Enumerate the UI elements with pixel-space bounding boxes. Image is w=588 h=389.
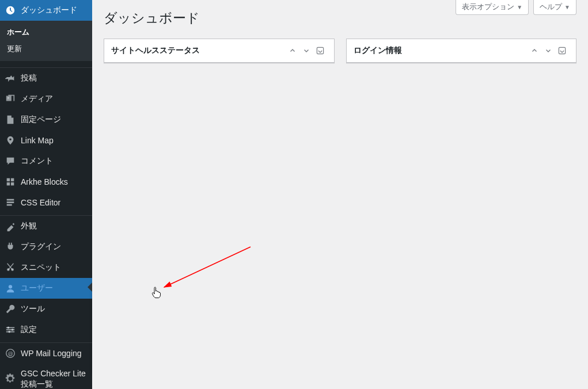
pin-icon <box>5 73 16 84</box>
page-icon <box>5 114 16 125</box>
menu-comments[interactable]: コメント <box>0 151 92 171</box>
svg-rect-2 <box>11 178 14 181</box>
widget-move-up-icon[interactable] <box>286 44 299 58</box>
widget-site-health: サイトヘルスステータス <box>104 39 335 63</box>
svg-rect-4 <box>11 182 14 185</box>
gear-icon <box>5 373 16 384</box>
menu-tools[interactable]: ツール <box>0 299 92 319</box>
menu-media[interactable]: メディア <box>0 89 92 109</box>
widget-move-down-icon[interactable] <box>299 44 313 58</box>
menu-users[interactable]: ユーザー <box>0 278 92 299</box>
svg-text:@: @ <box>7 350 13 356</box>
widget-login-info-header: ログイン情報 <box>347 39 576 63</box>
menu-arkhe-blocks-label: Arkhe Blocks <box>21 177 68 186</box>
widget-move-down-icon[interactable] <box>541 44 555 58</box>
widget-site-health-title: サイトヘルスステータス <box>111 45 286 56</box>
chevron-down-icon: ▼ <box>517 4 522 10</box>
menu-snippets[interactable]: スニペット <box>0 257 92 278</box>
mail-log-icon: @ <box>5 348 16 359</box>
appearance-icon <box>5 220 16 232</box>
menu-snippets-label: スニペット <box>21 262 61 273</box>
screen-options-button[interactable]: 表示オプション ▼ <box>456 0 529 15</box>
css-editor-icon <box>5 197 16 208</box>
submenu-updates[interactable]: 更新 <box>0 41 92 58</box>
chevron-down-icon: ▼ <box>564 4 570 10</box>
admin-sidebar: ダッシュボード ホーム 更新 投稿 メディア 固定ページ Link Map <box>0 0 92 389</box>
menu-dashboard-label: ダッシュボード <box>21 5 77 16</box>
menu-gsc-checker[interactable]: GSC Checker Lite 投稿一覧 <box>0 364 92 389</box>
menu-gsc-checker-label: GSC Checker Lite 投稿一覧 <box>21 368 88 389</box>
widget-toggle-icon[interactable] <box>555 44 569 58</box>
menu-appearance[interactable]: 外観 <box>0 216 92 237</box>
menu-posts-label: 投稿 <box>21 73 37 83</box>
widget-site-health-header: サイトヘルスステータス <box>104 39 334 63</box>
menu-appearance-label: 外観 <box>21 221 37 231</box>
menu-wp-mail-logging-label: WP Mail Logging <box>21 349 82 358</box>
menu-tools-label: ツール <box>21 304 45 314</box>
tools-icon <box>5 303 16 315</box>
menu-separator <box>0 61 92 68</box>
menu-link-map-label: Link Map <box>21 136 54 145</box>
menu-users-label: ユーザー <box>21 283 53 293</box>
screen-meta-links: 表示オプション ▼ ヘルプ ▼ <box>456 0 576 15</box>
blocks-icon <box>5 176 16 188</box>
svg-point-13 <box>8 331 10 333</box>
widget-toggle-icon[interactable] <box>313 44 327 58</box>
menu-posts[interactable]: 投稿 <box>0 68 92 89</box>
users-icon <box>5 283 16 294</box>
comment-icon <box>5 155 16 167</box>
help-label: ヘルプ <box>540 2 562 12</box>
menu-link-map[interactable]: Link Map <box>0 130 92 151</box>
media-icon <box>5 93 16 105</box>
menu-dashboard[interactable]: ダッシュボード <box>0 0 92 21</box>
dashboard-widgets: サイトヘルスステータス ログイン情報 <box>104 39 576 63</box>
widget-move-up-icon[interactable] <box>528 44 541 58</box>
settings-icon <box>5 324 16 335</box>
flyout-arrow-icon <box>88 283 92 292</box>
menu-arkhe-blocks[interactable]: Arkhe Blocks <box>0 171 92 192</box>
menu-plugins-label: プラグイン <box>21 242 61 252</box>
svg-point-0 <box>7 97 9 98</box>
plugin-icon <box>5 241 16 253</box>
widget-login-info-title: ログイン情報 <box>354 45 528 56</box>
menu-css-editor[interactable]: CSS Editor <box>0 192 92 213</box>
menu-settings-label: 設定 <box>21 325 37 335</box>
menu-plugins[interactable]: プラグイン <box>0 237 92 257</box>
menu-comments-label: コメント <box>21 156 53 166</box>
menu-pages[interactable]: 固定ページ <box>0 109 92 130</box>
menu-settings[interactable]: 設定 <box>0 319 92 340</box>
menu-media-label: メディア <box>21 94 53 104</box>
screen-options-label: 表示オプション <box>462 2 514 12</box>
svg-point-11 <box>7 326 10 329</box>
menu-wp-mail-logging[interactable]: @ WP Mail Logging <box>0 343 92 364</box>
menu-pages-label: 固定ページ <box>21 115 61 125</box>
svg-point-7 <box>9 285 12 288</box>
dashboard-submenu: ホーム 更新 <box>0 21 92 61</box>
location-icon <box>5 135 16 146</box>
submenu-home[interactable]: ホーム <box>0 24 92 41</box>
help-button[interactable]: ヘルプ ▼ <box>533 0 576 15</box>
svg-rect-1 <box>7 178 10 181</box>
widget-login-info: ログイン情報 <box>346 39 577 63</box>
content-area: 表示オプション ▼ ヘルプ ▼ ダッシュボード サイトヘルスステータス <box>92 0 588 389</box>
menu-css-editor-label: CSS Editor <box>21 198 60 207</box>
svg-point-12 <box>12 329 14 331</box>
snippets-icon <box>5 262 16 273</box>
dashboard-icon <box>5 5 16 16</box>
svg-rect-3 <box>7 182 10 185</box>
